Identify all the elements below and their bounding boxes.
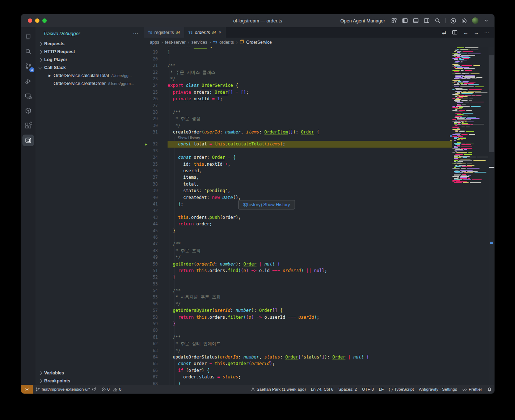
code-line[interactable]: 31 createOrder(userId: number, items: Or…: [144, 129, 452, 135]
code-line[interactable]: 36 userId,: [144, 167, 452, 174]
settings-gear-icon[interactable]: [461, 18, 467, 24]
code-line[interactable]: 50 getOrder(orderId: number): Order | nu…: [144, 261, 452, 267]
code-line[interactable]: 48 * 주문 조회: [144, 247, 452, 254]
code-line[interactable]: 62 * 주문 상태 업데이트: [144, 340, 452, 347]
code-line[interactable]: 68 }: [144, 381, 452, 385]
code-line[interactable]: 54 /**: [144, 287, 452, 294]
section-http-request[interactable]: HTTP Request: [35, 48, 144, 56]
code-line[interactable]: 32▶ const total = this.calculateTotal(it…: [144, 141, 452, 147]
toggle-primary-sidebar-icon[interactable]: [402, 18, 408, 24]
section-log-player[interactable]: Log Player: [35, 56, 144, 64]
code-line[interactable]: 26 private nextId = 1;: [144, 96, 452, 102]
explorer-icon[interactable]: [22, 31, 34, 42]
code-line[interactable]: 53: [144, 281, 452, 287]
search-sidebar-icon[interactable]: [22, 46, 34, 57]
code-line[interactable]: 30 */: [144, 122, 452, 129]
run-and-debug-icon[interactable]: [22, 75, 34, 87]
sidebar-more-actions-icon[interactable]: ⋯: [133, 30, 139, 37]
navigate-forward-icon[interactable]: →: [474, 30, 479, 35]
stack-frame-calculate-total[interactable]: ▶ OrderService.calculateTotal /Users/gg.…: [35, 72, 144, 80]
tab-register-ts[interactable]: TS register.ts M: [144, 27, 184, 38]
source-control-icon[interactable]: 3: [22, 60, 34, 72]
code-line[interactable]: 44 return order;: [144, 221, 452, 227]
section-breakpoints[interactable]: Breakpoints: [35, 377, 144, 385]
remote-indicator[interactable]: ><: [21, 385, 33, 394]
open-changes-icon[interactable]: ⇄: [442, 30, 446, 35]
scrollbar-slider[interactable]: [489, 55, 494, 152]
tab-order-ts[interactable]: TS order.ts M ×: [184, 27, 226, 38]
eol-item[interactable]: LF: [376, 385, 386, 394]
split-editor-icon[interactable]: [452, 29, 458, 35]
problems-item[interactable]: 0 0: [99, 385, 124, 394]
code-line[interactable]: 38 total,: [144, 181, 452, 187]
breadcrumb-order-ts[interactable]: order.ts: [219, 40, 234, 45]
code-line[interactable]: 65 const order = this.getOrder(orderId);: [144, 360, 452, 367]
section-variables[interactable]: Variables: [35, 369, 144, 377]
code-line[interactable]: 55 * 사용자별 주문 조회: [144, 294, 452, 300]
account-chevron-down-icon[interactable]: [483, 18, 489, 24]
code-line[interactable]: 21/**: [144, 62, 452, 69]
code-line[interactable]: 37 items,: [144, 174, 452, 181]
minimap[interactable]: [452, 47, 489, 385]
vertical-scrollbar[interactable]: [489, 47, 494, 385]
code-line[interactable]: 34 const order: Order = {: [144, 154, 452, 161]
code-line[interactable]: 24export class OrderService {: [144, 82, 452, 89]
navigate-back-icon[interactable]: ←: [463, 30, 468, 35]
breadcrumb-order-service[interactable]: OrderService: [246, 40, 272, 45]
code-line[interactable]: 41 };: [144, 201, 452, 207]
code-line[interactable]: 66 if (order) {: [144, 367, 452, 374]
breadcrumb-test-server[interactable]: test-server: [165, 40, 186, 45]
toggle-panel-icon[interactable]: [413, 18, 419, 24]
code-line[interactable]: 64 updateOrderStatus(orderId: number, st…: [144, 354, 452, 360]
notifications-bell-icon[interactable]: [485, 385, 494, 394]
code-line[interactable]: 52 }: [144, 274, 452, 280]
code-line[interactable]: 67 order.status = status;: [144, 374, 452, 380]
code-line[interactable]: 22 * 주문 서비스 클래스: [144, 69, 452, 76]
code-line[interactable]: 46: [144, 234, 452, 241]
code-line[interactable]: 42: [144, 207, 452, 214]
code-line[interactable]: 39 status: 'pending',: [144, 187, 452, 194]
code-line[interactable]: 33: [144, 148, 452, 154]
code-line[interactable]: 19}: [144, 49, 452, 55]
settings-item[interactable]: Antigravity - Settings: [416, 385, 459, 394]
toggle-secondary-sidebar-icon[interactable]: [423, 18, 430, 24]
minimize-window-button[interactable]: [35, 18, 39, 23]
code-line[interactable]: 43 this.orders.push(order);: [144, 214, 452, 221]
section-call-stack[interactable]: Call Stack: [35, 64, 144, 72]
zoom-window-button[interactable]: [42, 18, 47, 23]
code-line[interactable]: 63 */: [144, 347, 452, 354]
code-line[interactable]: 59 }: [144, 321, 452, 327]
extensions-icon[interactable]: [22, 120, 34, 131]
editor-more-actions-icon[interactable]: ⋯: [484, 30, 489, 35]
code-line[interactable]: 35 id: this.nextId++,: [144, 161, 452, 167]
blame-item[interactable]: Saehan Park (1 week ago): [248, 385, 308, 394]
code-line[interactable]: 51 return this.orders.find((o) => o.id =…: [144, 267, 452, 274]
cursor-position-item[interactable]: Ln 74, Col 6: [308, 385, 336, 394]
section-requests[interactable]: Requests: [35, 40, 144, 48]
close-window-button[interactable]: [28, 18, 32, 23]
indentation-item[interactable]: Spaces: 2: [336, 385, 359, 394]
customize-layout-icon[interactable]: [391, 18, 397, 24]
breadcrumb-services[interactable]: services: [191, 40, 207, 45]
code-line[interactable]: 49 */: [144, 254, 452, 260]
encoding-item[interactable]: UTF-8: [359, 385, 376, 394]
code-line[interactable]: 20: [144, 56, 452, 62]
search-icon[interactable]: [434, 18, 440, 24]
remote-explorer-icon[interactable]: [22, 90, 34, 102]
package-cube-icon[interactable]: [22, 105, 34, 116]
code-line[interactable]: 61 /**: [144, 334, 452, 340]
browser-icon[interactable]: [450, 18, 456, 24]
code-line[interactable]: 27: [144, 102, 452, 109]
code-line[interactable]: 40 createdAt: new Date(),: [144, 194, 452, 201]
code-line[interactable]: 29 * 주문 생성: [144, 115, 452, 122]
close-tab-icon[interactable]: ×: [219, 30, 221, 35]
code-line[interactable]: 56 */: [144, 301, 452, 307]
git-branch-item[interactable]: feat/improve-extension-ui*: [33, 385, 99, 394]
code-line[interactable]: 23 */: [144, 76, 452, 82]
language-mode-item[interactable]: { }TypeScript: [386, 385, 416, 394]
codelens-show-history[interactable]: Show History: [144, 135, 452, 141]
code-line[interactable]: 25 private orders: Order[] = [];: [144, 89, 452, 96]
tracivo-debugger-icon[interactable]: [22, 135, 34, 146]
open-agent-manager-button[interactable]: Open Agent Manager: [340, 18, 385, 24]
formatter-item[interactable]: Prettier: [460, 385, 485, 394]
